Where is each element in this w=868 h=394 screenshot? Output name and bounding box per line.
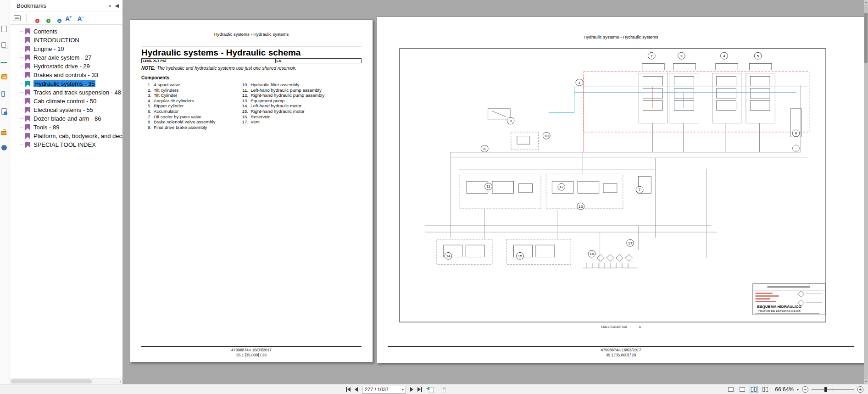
bookmark-item[interactable]: Cab climate control - 50 [10, 97, 122, 105]
bookmark-tree-line [24, 30, 24, 144]
goto-bookmark-icon[interactable]: ▸ [54, 15, 60, 22]
bookmark-ribbon-icon[interactable] [25, 98, 30, 105]
bookmark-item[interactable]: Hydrostatic drive - 29 [10, 62, 122, 71]
panel-dock-icon[interactable]: » [108, 3, 111, 8]
bookmark-item[interactable]: Tracks and track suspension - 48 [10, 88, 122, 97]
bookmark-item[interactable]: Platform, cab, bodywork, and decals - [10, 132, 122, 140]
bookmark-item[interactable]: Tools - 89 [10, 123, 122, 132]
zoom-percentage[interactable]: 66.64% [773, 386, 794, 393]
bookmark-item[interactable]: Dozer blade and arm - 86 [10, 114, 122, 123]
bookmark-label[interactable]: Dozer blade and arm - 86 [33, 115, 101, 122]
hscroll-right-arrow[interactable]: › [119, 379, 121, 384]
callout-number: 13 [579, 205, 583, 209]
bookmark-item[interactable]: Hydraulic systems - 35 [10, 79, 122, 88]
attachments-panel-icon[interactable] [1, 91, 9, 98]
bookmark-ribbon-icon[interactable] [25, 142, 30, 148]
bookmark-label[interactable]: SPECIAL TOOL INDEX [33, 141, 96, 148]
bookmark-ribbon-icon[interactable] [25, 89, 30, 96]
single-page-layout-icon[interactable] [727, 386, 735, 393]
footer-page-number: 35.1 [35.000] / 28 [141, 353, 362, 358]
last-page-button[interactable] [417, 387, 422, 392]
zoom-dropdown-caret-icon[interactable]: ▾ [797, 388, 799, 392]
bookmark-label[interactable]: INTRODUCTION [33, 37, 79, 44]
bookmark-ribbon-icon[interactable] [25, 107, 30, 113]
continuous-layout-icon[interactable] [738, 386, 746, 393]
page-combo-caret-icon[interactable]: ▾ [402, 388, 404, 392]
bookmark-label[interactable]: Tools - 89 [33, 124, 59, 131]
pdf-reader-window: Bookmarks » ◀ × + ▸ A+ A− ContentsINTROD… [0, 0, 868, 394]
continuous-facing-layout-icon[interactable] [761, 386, 769, 393]
previous-page-button[interactable] [355, 387, 358, 392]
bookmark-list: ContentsINTRODUCTIONEngine - 10Rear axle… [10, 25, 122, 149]
zoom-slider-thumb[interactable] [824, 387, 827, 392]
facing-layout-icon[interactable] [750, 386, 758, 393]
first-page-button[interactable] [346, 387, 351, 392]
annotations-panel-icon[interactable] [1, 108, 9, 116]
bookmark-label[interactable]: Tracks and track suspension - 48 [33, 89, 121, 96]
increase-text-size-button[interactable]: A+ [65, 14, 72, 22]
component-number: 14. [238, 103, 248, 109]
add-bookmark-icon[interactable]: + [43, 15, 49, 22]
bookmark-label[interactable]: Brakes and controls - 33 [33, 72, 98, 78]
panel-collapse-icon[interactable]: ◀ [115, 3, 119, 9]
next-page-button[interactable] [410, 387, 413, 392]
component-item: 14.Left-hand hydraulic motor [238, 103, 362, 109]
bookmark-ribbon-icon[interactable] [25, 28, 30, 35]
bookmark-options-icon[interactable] [14, 15, 21, 21]
bookmark-ribbon-icon[interactable] [25, 133, 30, 139]
bookmark-ribbon-icon[interactable] [25, 37, 30, 44]
component-number: 1. [141, 82, 151, 88]
scroll-up-arrow[interactable]: ▲ [864, 0, 868, 5]
document-view-area[interactable]: Hydraulic systems - Hydraulic systems Hy… [123, 0, 868, 384]
page-number-value: 277 / 1037 [365, 387, 389, 392]
bookmark-ribbon-icon[interactable] [25, 72, 30, 78]
page-number-input[interactable]: 277 / 1037 ▾ [362, 386, 406, 394]
callout-number: 1 [579, 81, 581, 85]
bookmark-item[interactable]: Rear axle system - 27 [10, 53, 122, 62]
bookmark-ribbon-icon[interactable] [25, 46, 30, 52]
component-text: Ripper cylinder [154, 103, 184, 109]
hscroll-thumb[interactable] [11, 379, 92, 383]
bookmark-item[interactable]: Engine - 10 [10, 44, 122, 53]
bookmark-label[interactable]: Contents [33, 28, 57, 35]
delete-bookmark-icon[interactable]: × [32, 15, 38, 22]
bookmark-ribbon-icon[interactable] [25, 63, 30, 70]
scroll-down-arrow[interactable]: ▼ [864, 379, 868, 384]
bookmarks-horizontal-scrollbar[interactable]: › [10, 378, 122, 384]
security-panel-icon[interactable] [1, 128, 9, 136]
certificates-panel-icon[interactable] [1, 145, 9, 152]
document-vertical-scrollbar[interactable]: ▲ ▼ [864, 0, 868, 384]
bookmark-ribbon-icon[interactable] [25, 81, 30, 87]
vscroll-thumb[interactable] [864, 13, 868, 63]
bookmark-label[interactable]: Platform, cab, bodywork, and decals - [33, 133, 122, 139]
bookmark-label[interactable]: Cab climate control - 50 [33, 98, 96, 105]
bookmark-ribbon-icon[interactable] [25, 55, 30, 61]
svg-text:ESQUEMA HIDRÁULICO: ESQUEMA HIDRÁULICO [757, 304, 801, 309]
bookmark-item[interactable]: SPECIAL TOOL INDEX [10, 140, 122, 149]
bookmark-item[interactable]: INTRODUCTION [10, 36, 122, 44]
signature-panel-icon[interactable] [1, 59, 9, 66]
bookmark-label[interactable]: Electrical systems - 55 [33, 106, 93, 113]
bookmark-label[interactable]: Hydraulic systems - 35 [33, 80, 95, 87]
zoom-out-button[interactable]: − [802, 386, 808, 393]
bookmark-ribbon-icon[interactable] [25, 124, 30, 131]
status-bar: 277 / 1037 ▾ 66.64% ▾ − + [0, 384, 868, 394]
bookmark-ribbon-icon[interactable] [25, 116, 30, 122]
bookmark-item[interactable]: Electrical systems - 55 [10, 105, 122, 114]
next-view-button[interactable] [438, 386, 446, 393]
zoom-in-button[interactable]: + [857, 386, 863, 393]
decrease-text-size-button[interactable]: A− [77, 14, 83, 22]
bookmark-item[interactable]: Contents [10, 27, 122, 36]
footer-doc-number: 47998874A 16/03/2017 [141, 348, 362, 353]
layers-panel-icon[interactable] [1, 42, 9, 50]
thumbnails-panel-icon[interactable] [1, 26, 9, 33]
bookmark-item[interactable]: Brakes and controls - 33 [10, 71, 122, 79]
bookmark-label[interactable]: Engine - 10 [33, 45, 64, 52]
zoom-slider[interactable] [812, 386, 854, 393]
comments-panel-icon[interactable] [1, 74, 9, 82]
model-table: 1150L XLT PAT LA [141, 58, 362, 63]
bookmark-label[interactable]: Hydrostatic drive - 29 [33, 63, 90, 70]
bookmark-label[interactable]: Rear axle system - 27 [33, 54, 91, 61]
component-text: Left-hand hydraulic pump assembly [250, 88, 322, 93]
previous-view-button[interactable] [426, 386, 434, 393]
